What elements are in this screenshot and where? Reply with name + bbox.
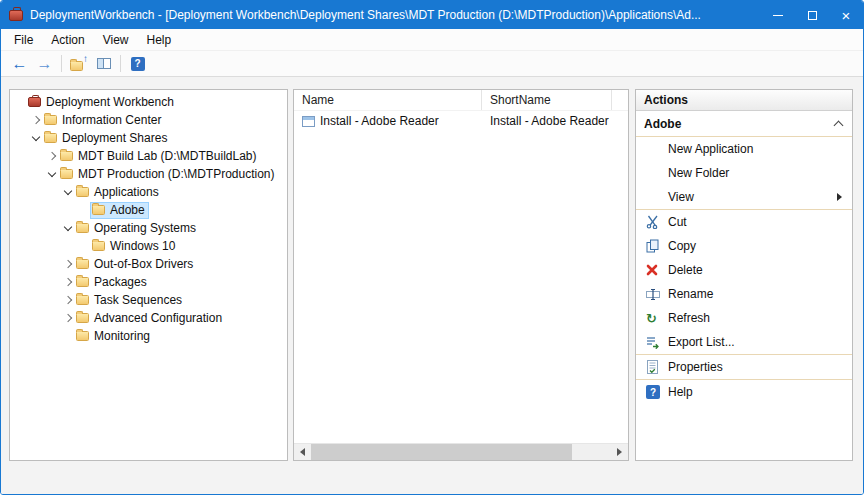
folder-icon (60, 151, 76, 161)
tree-item-advanced-configuration[interactable]: Advanced Configuration (10, 309, 287, 327)
scroll-right-button[interactable] (611, 444, 628, 460)
forward-button[interactable]: → (32, 53, 57, 75)
menu-help[interactable]: Help (138, 30, 181, 50)
action-copy[interactable]: Copy (636, 234, 852, 258)
workbench-icon (28, 97, 44, 107)
forward-arrow-icon: → (37, 56, 53, 72)
back-arrow-icon: ← (12, 56, 28, 72)
folder-icon (60, 169, 76, 179)
folder-icon (76, 277, 92, 287)
window-controls: × (761, 1, 863, 29)
action-refresh[interactable]: ↻ Refresh (636, 306, 852, 330)
close-icon: × (842, 8, 851, 23)
tree-item-mdt-production[interactable]: MDT Production (D:\MDTProduction) (10, 165, 287, 183)
scroll-track[interactable] (311, 444, 611, 460)
tree-item-information-center[interactable]: Information Center (10, 111, 287, 129)
back-button[interactable]: ← (7, 53, 32, 75)
tree-item-packages[interactable]: Packages (10, 273, 287, 291)
expander-none (78, 240, 90, 252)
console-tree-icon (97, 58, 111, 69)
folder-icon (76, 295, 92, 305)
menu-file[interactable]: File (5, 30, 42, 50)
chevron-right-icon[interactable] (62, 276, 74, 288)
action-export-list[interactable]: Export List... (636, 330, 852, 354)
app-icon (9, 10, 23, 21)
chevron-right-icon[interactable] (62, 312, 74, 324)
action-new-folder[interactable]: New Folder (636, 161, 852, 185)
menu-action[interactable]: Action (42, 30, 93, 50)
scroll-left-icon (300, 448, 305, 456)
menu-view[interactable]: View (94, 30, 138, 50)
chevron-down-icon[interactable] (30, 132, 42, 144)
scroll-right-icon (617, 448, 622, 456)
action-help[interactable]: ? Help (636, 380, 852, 404)
tree-item-mdt-build-lab[interactable]: MDT Build Lab (D:\MDTBuildLab) (10, 147, 287, 165)
submenu-arrow-icon (837, 193, 842, 201)
tree-item-deployment-workbench[interactable]: Deployment Workbench (10, 93, 287, 111)
horizontal-scrollbar (294, 443, 628, 460)
up-one-level-button[interactable]: ↑ (66, 53, 91, 75)
deployment-workbench-window: DeploymentWorkbench - [Deployment Workbe… (0, 0, 864, 495)
tree-item-operating-systems[interactable]: Operating Systems (10, 219, 287, 237)
tree-item-adobe[interactable]: Adobe (10, 201, 287, 219)
folder-icon (76, 259, 92, 269)
actions-pane-title: Actions (636, 90, 852, 111)
collapse-chevron-icon[interactable] (834, 121, 844, 131)
action-rename[interactable]: Rename (636, 282, 852, 306)
tree-item-monitoring[interactable]: Monitoring (10, 327, 287, 345)
action-new-application[interactable]: New Application (636, 137, 852, 161)
expander-none (78, 204, 90, 216)
action-delete[interactable]: Delete (636, 258, 852, 282)
help-button[interactable]: ? (125, 53, 150, 75)
list-row-install-adobe-reader[interactable]: Install - Adobe Reader Install - Adobe R… (294, 111, 628, 131)
toolbar-separator (120, 55, 121, 72)
action-view[interactable]: View (636, 185, 852, 209)
expander-none (14, 96, 26, 108)
shortname-cell: Install - Adobe Reader (482, 114, 612, 128)
console-body: Deployment Workbench Information Center … (1, 77, 863, 494)
chevron-down-icon[interactable] (46, 168, 58, 180)
title-bar: DeploymentWorkbench - [Deployment Workbe… (1, 1, 863, 29)
folder-up-icon: ↑ (70, 57, 87, 71)
close-button[interactable]: × (829, 1, 863, 29)
tree-item-task-sequences[interactable]: Task Sequences (10, 291, 287, 309)
minimize-button[interactable] (761, 1, 795, 29)
chevron-right-icon[interactable] (62, 294, 74, 306)
action-properties[interactable]: Properties (636, 355, 852, 379)
actions-group-adobe[interactable]: Adobe (636, 111, 852, 136)
tree-item-windows-10[interactable]: Windows 10 (10, 237, 287, 255)
tree-item-deployment-shares[interactable]: Deployment Shares (10, 129, 287, 147)
console-tree-pane: Deployment Workbench Information Center … (9, 89, 288, 461)
toolbar-separator (61, 55, 62, 72)
name-cell: Install - Adobe Reader (294, 114, 482, 128)
tree-item-out-of-box-drivers[interactable]: Out-of-Box Drivers (10, 255, 287, 273)
column-header-name[interactable]: Name (294, 90, 482, 110)
window-title: DeploymentWorkbench - [Deployment Workbe… (30, 8, 701, 22)
properties-icon (646, 360, 668, 374)
maximize-button[interactable] (795, 1, 829, 29)
chevron-right-icon[interactable] (30, 114, 42, 126)
list-header: Name ShortName (294, 90, 628, 111)
expander-none (62, 330, 74, 342)
folder-icon (92, 241, 108, 251)
chevron-right-icon[interactable] (46, 150, 58, 162)
chevron-right-icon[interactable] (62, 258, 74, 270)
column-header-shortname[interactable]: ShortName (482, 90, 612, 110)
maximize-icon (808, 11, 817, 20)
show-console-tree-button[interactable] (91, 53, 116, 75)
actions-pane: Actions Adobe New Application New Folder… (635, 89, 853, 461)
minimize-icon (773, 15, 783, 16)
delete-icon (646, 264, 668, 276)
scroll-thumb[interactable] (311, 444, 572, 460)
folder-icon (44, 115, 60, 125)
folder-icon (76, 187, 92, 197)
tree-item-applications[interactable]: Applications (10, 183, 287, 201)
chevron-down-icon[interactable] (62, 186, 74, 198)
action-cut[interactable]: Cut (636, 210, 852, 234)
help-icon: ? (131, 57, 145, 71)
chevron-down-icon[interactable] (62, 222, 74, 234)
refresh-icon: ↻ (646, 312, 668, 325)
help-icon: ? (646, 385, 668, 399)
scroll-left-button[interactable] (294, 444, 311, 460)
application-icon (302, 116, 315, 127)
